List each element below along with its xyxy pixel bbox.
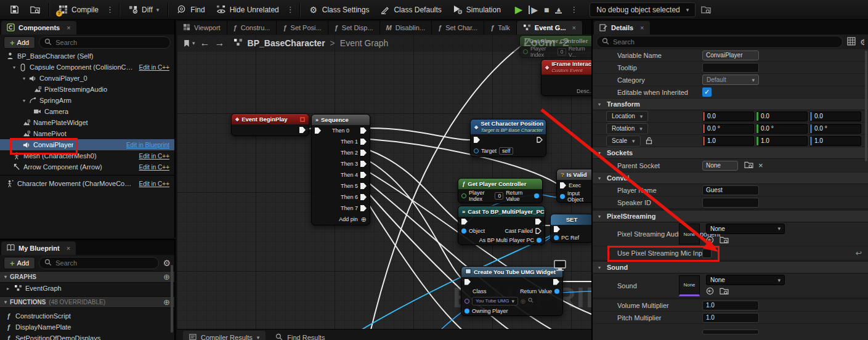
save-button[interactable]	[4, 2, 25, 18]
add-blueprint-item-button[interactable]: +Add	[4, 257, 35, 269]
clear-socket-icon[interactable]: ×	[758, 161, 763, 170]
then3-pin[interactable]	[360, 161, 367, 167]
gear-icon[interactable]: ⚙	[163, 258, 171, 268]
graphs-section-header[interactable]: ▾GRAPHS⊕	[0, 271, 174, 283]
class-pin[interactable]	[464, 299, 469, 304]
expander-icon[interactable]: ▾	[21, 98, 27, 103]
exec-out-pin[interactable]	[553, 279, 559, 285]
then5-pin[interactable]	[360, 183, 367, 189]
scale-lock-icon[interactable]	[646, 137, 652, 145]
node-get-player-controller[interactable]: ƒGet Player Controller Player Index0Retu…	[458, 178, 543, 203]
rotation-z-field[interactable]: 0.0 °	[809, 124, 861, 134]
expander-icon[interactable]: ▾	[21, 76, 27, 81]
input-object-pin[interactable]	[560, 194, 565, 199]
browse-asset-icon[interactable]	[720, 287, 729, 296]
then4-pin[interactable]	[360, 172, 367, 178]
compile-options-button[interactable]: ⋮	[104, 5, 116, 14]
sockets-section-header[interactable]: ▾Sockets	[593, 147, 868, 159]
cast-failed-pin[interactable]	[535, 228, 541, 234]
browse-asset-icon[interactable]	[720, 236, 729, 245]
add-pin-button[interactable]: ⊕	[361, 216, 367, 224]
compile-button[interactable]: ? Compile	[52, 2, 104, 18]
then1-pin[interactable]	[360, 139, 367, 145]
exec-in-pin[interactable]	[461, 219, 468, 225]
edit-in-cpp-link[interactable]: Edit in C++	[136, 153, 169, 160]
exec-in-pin[interactable]	[474, 137, 480, 143]
components-search-input[interactable]	[55, 39, 165, 46]
node-get-player-controller-ghost[interactable]: ƒGet Player Controller Player Index0Retu…	[519, 35, 591, 58]
find-results-tab[interactable]: Find Results	[269, 331, 331, 340]
node-cast-to-bp-multiplayer-pc[interactable]: »Cast To BP_MultiPlayer_PC ObjectCast Fa…	[458, 206, 545, 245]
tab-event-graph[interactable]: Event G...×	[517, 21, 583, 34]
play-options-button[interactable]: ⋮	[568, 5, 580, 14]
class-defaults-button[interactable]: Class Defaults	[375, 2, 447, 18]
tab-set-character[interactable]: ƒSet Char...	[432, 21, 484, 34]
edit-in-cpp-link[interactable]: Edit in C++	[136, 64, 169, 71]
close-icon[interactable]: ×	[67, 24, 70, 31]
hide-unrelated-button[interactable]: Hide Unrelated	[211, 2, 285, 18]
scale-mode-dropdown[interactable]: Scale▾	[606, 136, 641, 147]
close-icon[interactable]: ×	[640, 24, 644, 31]
details-scrollbar[interactable]	[865, 51, 867, 161]
tab-components[interactable]: Components ×	[1, 21, 76, 34]
class-select-dropdown[interactable]: You Tube UMG▾	[472, 297, 518, 306]
audio-component-thumbnail[interactable]: None	[679, 224, 700, 245]
eventgraph-row[interactable]: ▸EventGraph	[0, 283, 174, 294]
details-search-input[interactable]	[613, 38, 837, 46]
hide-unrelated-options-button[interactable]: ⋮	[285, 5, 296, 14]
tab-disabling[interactable]: MDisablin...	[380, 21, 432, 34]
breadcrumb-root[interactable]: BP_BaseCharacter	[248, 38, 325, 48]
audio-component-dropdown[interactable]: None▾	[706, 224, 785, 234]
node-event-beginplay[interactable]: ◆Event BeginPlay	[231, 113, 309, 136]
debug-browse-button[interactable]	[696, 2, 716, 18]
details-search[interactable]	[596, 36, 843, 48]
owning-player-pin[interactable]	[464, 309, 469, 314]
reset-to-default-icon[interactable]: ↩	[856, 249, 862, 257]
component-row-namepivot[interactable]: NamePivot	[0, 128, 174, 139]
play-button[interactable]: ▶	[515, 5, 522, 15]
tab-my-blueprint[interactable]: My Blueprint ×	[1, 241, 76, 255]
rotation-mode-dropdown[interactable]: Rotation▾	[606, 123, 648, 134]
tab-talk[interactable]: ƒTalk	[484, 21, 517, 34]
object-pin[interactable]	[461, 229, 466, 233]
component-row-nameplatewidget[interactable]: NamePlateWidget	[0, 117, 174, 128]
player-name-input[interactable]	[702, 185, 759, 195]
convai-section-header[interactable]: ▾Convai	[593, 172, 868, 184]
parent-socket-field[interactable]: None	[702, 161, 738, 171]
class-settings-button[interactable]: ⚙ Class Settings	[303, 2, 375, 18]
node-sequence[interactable]: »Sequence Then 0 Then 1 Then 2 Then 3 Th…	[311, 114, 370, 225]
editable-checkbox[interactable]: ✓	[702, 87, 712, 97]
expander-icon[interactable]: ▾	[11, 65, 17, 70]
diff-button[interactable]: Diff▾	[123, 2, 164, 18]
exec-out-pin[interactable]	[299, 127, 306, 133]
transform-section-header[interactable]: ▾Transform	[593, 99, 868, 110]
use-selected-icon[interactable]	[706, 236, 714, 245]
tab-construction-script[interactable]: ƒConstru...	[227, 21, 277, 34]
category-dropdown[interactable]: Default▾	[702, 75, 759, 85]
component-row-arrow[interactable]: Arrow Component (Arrow)Edit in C++	[0, 161, 174, 172]
add-component-button[interactable]: +Add	[4, 36, 35, 49]
component-row-camera[interactable]: Camera	[0, 106, 174, 117]
component-row-pixelstreamingaudio[interactable]: PixelStreamingAudio	[0, 84, 174, 95]
location-z-field[interactable]: 0.0	[809, 111, 861, 121]
close-icon[interactable]: ×	[67, 245, 70, 252]
location-x-field[interactable]: 0.0	[702, 111, 754, 121]
pixelstreaming-section-header[interactable]: ▾PixelStreaming	[593, 211, 868, 222]
display-filter-icon[interactable]	[847, 37, 856, 47]
exec-in-pin[interactable]	[315, 127, 321, 134]
my-blueprint-scrollbar[interactable]	[171, 265, 173, 333]
simulation-button[interactable]: Simulation	[447, 2, 506, 18]
debug-object-dropdown[interactable]: No debug object selected▾	[590, 2, 696, 17]
my-blueprint-search[interactable]	[39, 257, 159, 269]
node-create-youtube-umg-widget[interactable]: Create You Tube UMG Widget ClassReturn V…	[461, 266, 563, 316]
nav-back-button[interactable]: ←	[200, 38, 210, 49]
delegate-pin[interactable]	[300, 117, 305, 122]
component-row-springarm[interactable]: ▾SpringArm	[0, 95, 174, 106]
pc-ref-pin[interactable]	[554, 235, 559, 240]
return-value-pin[interactable]	[534, 193, 539, 198]
node-set-character-position[interactable]: ◆Set Character PositionTarget is BP Base…	[470, 119, 546, 157]
mic-input-checkbox[interactable]	[702, 249, 712, 258]
component-row-convaiplayer0[interactable]: ▾ConvaiPlayer_0	[0, 73, 174, 84]
rotation-y-field[interactable]: 0.0 °	[756, 124, 808, 134]
node-is-valid[interactable]: ?Is Valid Exec Input Object	[556, 169, 591, 203]
